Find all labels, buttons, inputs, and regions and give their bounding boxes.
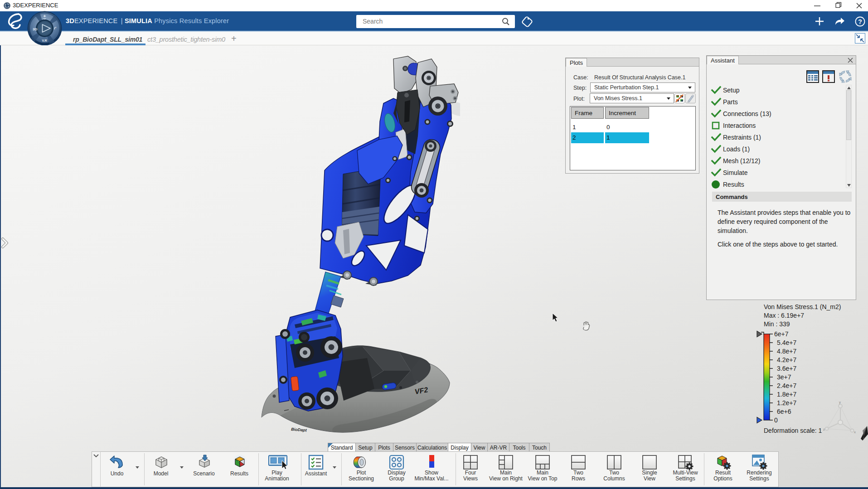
svg-text:3.6e+7: 3.6e+7 — [777, 365, 796, 372]
svg-text:i²: i² — [54, 26, 56, 30]
svg-text:4.8e+7: 4.8e+7 — [777, 348, 796, 355]
svg-text:BioDapt: BioDapt — [291, 427, 307, 432]
svg-text:1.8e+7: 1.8e+7 — [777, 391, 796, 398]
svg-text:6e+7: 6e+7 — [774, 330, 789, 338]
svg-text:x: x — [854, 430, 856, 434]
svg-text:0: 0 — [774, 416, 778, 424]
svg-text:y: y — [839, 400, 841, 404]
svg-text:6e+6: 6e+6 — [777, 408, 791, 415]
svg-text:3D: 3D — [33, 27, 37, 31]
svg-text:z: z — [823, 427, 825, 431]
svg-text:1.2e+7: 1.2e+7 — [777, 399, 796, 407]
svg-text:2.4e+7: 2.4e+7 — [777, 382, 796, 389]
svg-text:?: ? — [858, 18, 862, 25]
svg-text:4.2e+7: 4.2e+7 — [777, 356, 796, 363]
svg-text:3e+7: 3e+7 — [777, 373, 791, 381]
svg-text:V.R: V.R — [42, 39, 47, 42]
svg-text:5.4e+7: 5.4e+7 — [777, 339, 796, 346]
